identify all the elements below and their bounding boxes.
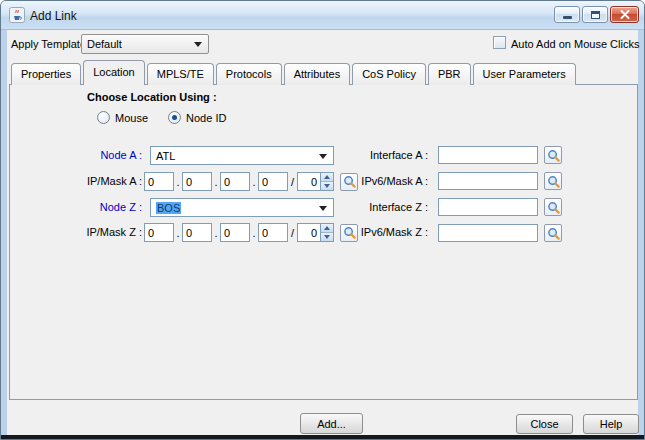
interface-z-label: Interface Z : [340,201,428,213]
interface-z-browse-button[interactable] [544,198,562,216]
magnifier-icon [547,227,560,240]
tab-pbr[interactable]: PBR [428,63,471,85]
ip-z-octet-4[interactable] [258,223,288,242]
ip-a-mask-input[interactable] [297,172,320,191]
spinner-down-button[interactable] [321,232,333,241]
auto-add-checkbox[interactable] [493,36,506,49]
ip-slash: / [288,227,297,239]
location-tab-panel: Choose Location Using : Mouse Node ID No… [9,84,638,400]
chevron-down-icon [319,154,327,159]
arrow-down-icon [324,235,330,239]
ip-z-octet-2[interactable] [182,223,212,242]
spinner-up-button[interactable] [321,224,333,232]
interface-a-input[interactable] [438,146,538,164]
radio-node-id[interactable]: Node ID [168,111,226,124]
chevron-down-icon [194,42,202,47]
ip-mask-a-label: IP/Mask A : [50,175,142,187]
spinner-down-button[interactable] [321,181,333,190]
add-link-dialog: Add Link Apply Template : Default Auto A… [0,0,645,440]
apply-template-label: Apply Template : [11,38,92,50]
magnifier-icon [547,201,560,214]
radio-node-id-circle[interactable] [168,111,181,124]
magnifier-icon [547,149,560,162]
template-combobox[interactable]: Default [81,34,209,54]
tab-mpls-te[interactable]: MPLS/TE [147,63,214,85]
interface-a-browse-button[interactable] [544,146,562,164]
tab-protocols[interactable]: Protocols [216,63,282,85]
tab-properties[interactable]: Properties [11,63,81,85]
tab-user-parameters[interactable]: User Parameters [473,63,576,85]
ip-z-mask-input[interactable] [297,223,320,242]
radio-mouse-label: Mouse [115,112,148,124]
ip-a-octet-1[interactable] [144,172,174,191]
node-a-label: Node A : [50,149,142,161]
close-icon [620,10,630,19]
ipv6-mask-a-browse-button[interactable] [544,172,562,190]
window-bottom-edge [1,435,644,439]
interface-a-label: Interface A : [340,149,428,161]
ip-a-mask-spinner [297,172,334,191]
close-button[interactable]: Close [516,414,573,434]
tab-bar: Properties Location MPLS/TE Protocols At… [11,60,578,85]
ip-slash: / [288,176,297,188]
radio-mouse-circle[interactable] [97,111,110,124]
tab-cos-policy[interactable]: CoS Policy [352,63,426,85]
minimize-button[interactable] [554,6,580,23]
ip-dot: . [212,227,220,239]
radio-mouse[interactable]: Mouse [97,111,148,124]
ipv6-mask-a-label: IPv6/Mask A : [340,175,428,187]
arrow-up-icon [324,175,330,179]
ip-mask-z-fields: . . . / [144,223,358,242]
node-z-combobox[interactable]: BOS [150,198,334,217]
tab-location[interactable]: Location [83,60,145,85]
interface-z-input[interactable] [438,198,538,216]
magnifier-icon [547,175,560,188]
ip-dot: . [174,176,182,188]
ip-dot: . [250,227,258,239]
tab-attributes[interactable]: Attributes [284,63,350,85]
location-method-radios: Mouse Node ID [97,111,226,124]
minimize-icon [563,16,572,19]
window-title: Add Link [30,9,77,23]
arrow-down-icon [324,184,330,188]
node-a-combobox[interactable]: ATL [150,146,334,165]
ipv6-mask-z-input[interactable] [438,224,538,242]
ip-z-octet-3[interactable] [220,223,250,242]
ipv6-mask-z-browse-button[interactable] [544,224,562,242]
close-window-button[interactable] [610,6,639,23]
java-app-icon [9,7,25,23]
ipv6-mask-a-input[interactable] [438,172,538,190]
ipv6-mask-z-label: IPv6/Mask Z : [340,226,428,238]
spinner-up-button[interactable] [321,173,333,181]
ip-a-octet-4[interactable] [258,172,288,191]
arrow-up-icon [324,226,330,230]
ip-a-octet-2[interactable] [182,172,212,191]
ip-z-octet-1[interactable] [144,223,174,242]
node-a-value: ATL [156,150,175,162]
ip-dot: . [174,227,182,239]
node-z-value: BOS [156,202,181,214]
maximize-button[interactable] [582,6,608,23]
radio-node-id-label: Node ID [186,112,226,124]
help-button[interactable]: Help [583,414,639,434]
ip-dot: . [212,176,220,188]
node-z-label: Node Z : [50,201,142,213]
ip-dot: . [250,176,258,188]
ip-mask-z-label: IP/Mask Z : [50,226,142,238]
choose-location-heading: Choose Location Using : [87,91,217,103]
template-value: Default [87,38,122,50]
maximize-icon [591,11,600,19]
ip-mask-a-fields: . . . / [144,172,358,191]
ip-a-octet-3[interactable] [220,172,250,191]
chevron-down-icon [319,206,327,211]
add-button[interactable]: Add... [300,413,363,434]
title-bar[interactable]: Add Link [1,1,644,30]
ip-z-mask-spinner [297,223,334,242]
auto-add-label: Auto Add on Mouse Clicks [511,38,639,50]
